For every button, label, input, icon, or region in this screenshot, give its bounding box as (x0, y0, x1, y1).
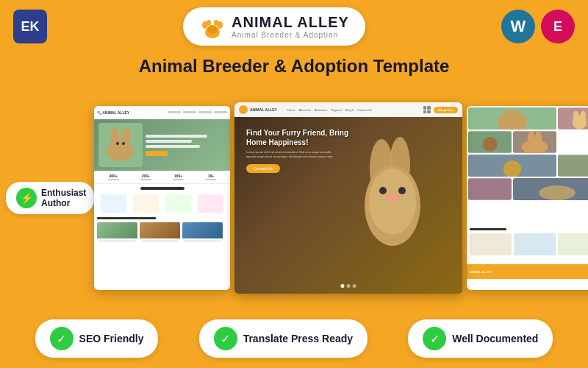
seo-badge: ✓ SEO Friendly (35, 319, 159, 358)
carousel-dot-2[interactable] (347, 284, 351, 288)
svg-rect-36 (468, 178, 512, 200)
middle-section: ⚡ Enthusiast Author 🐾 ANIMAL ALLEY (0, 84, 588, 312)
elementor-icon: E (541, 10, 575, 43)
svg-point-3 (207, 20, 211, 26)
svg-point-31 (528, 131, 535, 149)
svg-point-25 (573, 110, 579, 122)
main-container: EK ANIMAL ALLEY Animal Breeder & Adoptio… (0, 0, 588, 368)
center-brand-logo: ANIMAL ALLEY Animal Breeder & Adoption (183, 7, 365, 46)
documented-label: Well Documented (452, 333, 538, 344)
platform-icons: W E (501, 10, 575, 43)
page-title: Animal Breeder & Adoption Template (139, 56, 450, 77)
svg-point-21 (505, 109, 512, 124)
wordpress-icon: W (501, 10, 535, 43)
translate-badge: ✓ Translate Press Ready (199, 319, 368, 358)
svg-point-28 (483, 137, 498, 152)
contact-us-btn[interactable]: Contact Us (246, 164, 280, 173)
svg-point-11 (122, 142, 125, 145)
documented-icon: ✓ (423, 327, 446, 350)
svg-point-18 (385, 194, 400, 202)
preview-area: 🐾 ANIMAL ALLEY (94, 99, 588, 297)
adopt-now-btn[interactable]: Adopt Now (434, 107, 458, 113)
carousel-dot-1[interactable] (341, 284, 345, 288)
documented-badge: ✓ Well Documented (408, 319, 553, 358)
svg-point-16 (379, 187, 387, 194)
svg-point-4 (214, 20, 218, 26)
enthusiast-icon: ⚡ (16, 188, 37, 208)
carousel-dot-3[interactable] (353, 284, 356, 288)
enthusiast-label: Enthusiast Author (41, 188, 86, 208)
seo-icon: ✓ (50, 327, 74, 350)
top-bar: EK ANIMAL ALLEY Animal Breeder & Adoptio… (0, 0, 588, 53)
ek-logo: EK (13, 10, 47, 43)
svg-point-32 (535, 131, 542, 149)
seo-label: SEO Friendly (79, 333, 144, 344)
center-mockup: ANIMAL ALLEY Home About Us Animals ▾ Pag… (234, 102, 462, 294)
translate-label: Translate Press Ready (243, 333, 353, 344)
svg-point-38 (539, 185, 576, 200)
left-mockup: 🐾 ANIMAL ALLEY (94, 106, 230, 290)
bottom-features: ✓ SEO Friendly ✓ Translate Press Ready ✓… (0, 312, 588, 368)
svg-point-22 (512, 109, 520, 124)
svg-point-17 (398, 187, 406, 194)
rabbit-illustration (345, 117, 440, 264)
brand-name: ANIMAL ALLEY (232, 14, 349, 31)
paw-icon (199, 13, 226, 40)
brand-subtitle: Animal Breeder & Adoption (232, 31, 349, 39)
hero-subtext: Lorem ipsum dolor sit amet consectetur. … (246, 150, 334, 158)
hero-heading: Find Your Furry Friend, BringHome Happin… (246, 128, 348, 147)
svg-point-26 (580, 110, 586, 122)
svg-rect-35 (558, 155, 588, 177)
svg-point-10 (116, 142, 119, 145)
enthusiast-author-badge: ⚡ Enthusiast Author (6, 182, 94, 214)
right-mockup: ANIMAL ALLEY (467, 106, 588, 290)
svg-point-5 (207, 25, 218, 34)
translate-icon: ✓ (214, 327, 237, 350)
